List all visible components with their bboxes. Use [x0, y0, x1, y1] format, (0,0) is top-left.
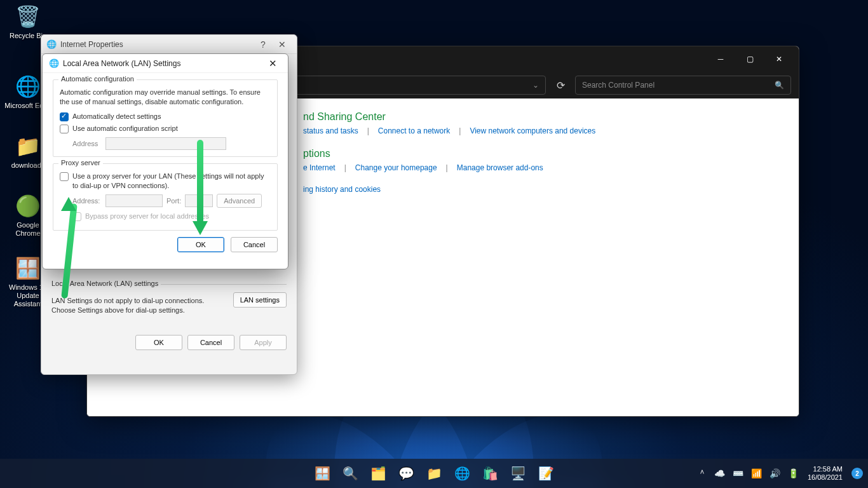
cp-close-button[interactable]: ✕ [764, 49, 794, 69]
cp-search-input[interactable]: Search Control Panel 🔍 [575, 76, 791, 95]
search-icon: 🔍 [775, 81, 784, 90]
ip-help-button[interactable]: ? [254, 39, 273, 50]
taskbar: 🪟 🔍 🗂️ 💬 📁 🌐 🛍️ 🖥️ 📝 ＾ ☁️ ⌨️ 📶 🔊 🔋 12:58… [0, 459, 868, 488]
use-script-label: Use automatic configuration script [72, 124, 178, 133]
edge-taskbar-button[interactable]: 🌐 [450, 461, 474, 485]
recycle-bin-icon: 🗑️ [15, 4, 41, 29]
file-explorer-button[interactable]: 📁 [422, 461, 446, 485]
ip-cancel-button[interactable]: Cancel [187, 335, 234, 350]
ip-lan-group: Local Area Network (LAN) settings LAN Se… [51, 284, 287, 320]
ip-close-button[interactable]: ✕ [273, 39, 292, 50]
volume-icon[interactable]: 🔊 [767, 468, 783, 478]
use-proxy-label: Use a proxy server for your LAN (These s… [72, 172, 271, 191]
lan-close-button[interactable]: ✕ [264, 58, 281, 69]
auto-detect-checkbox[interactable] [60, 112, 69, 121]
use-proxy-checkbox[interactable] [60, 172, 69, 181]
ip-lan-legend: Local Area Network (LAN) settings [51, 280, 161, 287]
proxy-legend: Proxy server [58, 159, 103, 166]
link-connect-network[interactable]: Connect to a network [378, 126, 450, 135]
globe-icon: 🌐 [46, 39, 57, 50]
globe-icon: 🌐 [49, 58, 59, 69]
link-addons[interactable]: Manage browser add-ons [457, 163, 543, 172]
cp-maximize-button[interactable]: ▢ [735, 49, 764, 69]
lan-titlebar[interactable]: 🌐 Local Area Network (LAN) Settings ✕ [43, 54, 288, 73]
bypass-local-label: Bypass proxy server for local addresses [85, 212, 209, 221]
proxy-advanced-button[interactable]: Advanced [217, 194, 262, 208]
notification-badge[interactable]: 2 [851, 468, 863, 479]
proxy-address-label: Address: [72, 197, 102, 205]
cp-links-options2: ing history and cookies [303, 185, 799, 194]
proxy-address-input[interactable] [105, 194, 163, 207]
taskbar-clock[interactable]: 12:58 AM 16/08/2021 [804, 465, 846, 481]
chevron-down-icon[interactable]: ⌄ [532, 81, 539, 90]
cp-refresh-button[interactable]: ⟳ [551, 76, 570, 95]
lan-settings-window: 🌐 Local Area Network (LAN) Settings ✕ Au… [42, 53, 288, 269]
bypass-local-checkbox[interactable] [72, 212, 81, 221]
control-panel-taskbar-button[interactable]: 🖥️ [506, 461, 530, 485]
store-button[interactable]: 🛍️ [478, 461, 502, 485]
notepad-taskbar-button[interactable]: 📝 [534, 461, 558, 485]
link-internet[interactable]: e Internet [303, 163, 336, 172]
proxy-group: Proxy server Use a proxy server for your… [53, 163, 278, 231]
tray-overflow-button[interactable]: ＾ [695, 468, 709, 479]
ip-button-row: OK Cancel Apply [41, 327, 297, 358]
ip-apply-button[interactable]: Apply [240, 335, 287, 350]
link-homepage[interactable]: Change your homepage [355, 163, 437, 172]
onedrive-icon[interactable]: ☁️ [712, 468, 728, 478]
proxy-port-input[interactable] [185, 194, 213, 207]
auto-config-group: Automatic configuration Automatic config… [53, 79, 278, 157]
cp-section-options[interactable]: ptions [303, 148, 799, 159]
taskbar-search-button[interactable]: 🔍 [338, 461, 362, 485]
clock-date: 16/08/2021 [808, 473, 843, 482]
ip-title: Internet Properties [60, 40, 254, 49]
edge-icon: 🌐 [15, 74, 41, 99]
ip-titlebar[interactable]: 🌐 Internet Properties ? ✕ [41, 35, 297, 54]
link-history-cookies[interactable]: ing history and cookies [303, 185, 381, 194]
link-view-computers[interactable]: View network computers and devices [470, 126, 595, 135]
clock-time: 12:58 AM [808, 465, 843, 473]
taskbar-center: 🪟 🔍 🗂️ 💬 📁 🌐 🛍️ 🖥️ 📝 [310, 461, 558, 485]
system-tray: ＾ ☁️ ⌨️ 📶 🔊 🔋 12:58 AM 16/08/2021 2 [695, 465, 863, 481]
cp-minimize-button[interactable]: ─ [706, 49, 735, 69]
downloads-icon: 📁 [15, 133, 41, 159]
lan-title: Local Area Network (LAN) Settings [63, 59, 264, 68]
start-button[interactable]: 🪟 [310, 461, 334, 485]
ip-ok-button[interactable]: OK [135, 335, 182, 350]
lan-ok-button[interactable]: OK [177, 237, 224, 252]
keyboard-icon[interactable]: ⌨️ [730, 468, 746, 478]
cp-section-sharing[interactable]: nd Sharing Center [303, 111, 799, 123]
lan-cancel-button[interactable]: Cancel [231, 237, 278, 252]
script-address-label: Address [72, 140, 102, 147]
auto-config-note: Automatic configuration may override man… [60, 88, 271, 107]
auto-config-legend: Automatic configuration [58, 75, 137, 83]
chat-button[interactable]: 💬 [394, 461, 418, 485]
script-address-input[interactable] [105, 137, 226, 150]
task-view-button[interactable]: 🗂️ [366, 461, 390, 485]
use-script-checkbox[interactable] [60, 125, 69, 133]
cp-links-options: e Internet| Change your homepage| Manage… [303, 163, 799, 172]
chrome-icon: 🟢 [15, 193, 41, 219]
updater-icon: 🪟 [15, 255, 41, 281]
ip-lan-note: LAN Settings do not apply to dial-up con… [51, 296, 226, 316]
cp-links-sharing: status and tasks| Connect to a network| … [303, 126, 799, 135]
search-placeholder: Search Control Panel [582, 81, 654, 90]
proxy-port-label: Port: [166, 197, 181, 205]
lan-settings-button[interactable]: LAN settings [233, 292, 287, 308]
auto-detect-label: Automatically detect settings [72, 112, 161, 121]
link-status-tasks[interactable]: status and tasks [303, 126, 358, 135]
battery-icon[interactable]: 🔋 [785, 468, 801, 478]
wifi-icon[interactable]: 📶 [749, 468, 764, 478]
lan-content: Automatic configuration Automatic config… [43, 73, 288, 259]
